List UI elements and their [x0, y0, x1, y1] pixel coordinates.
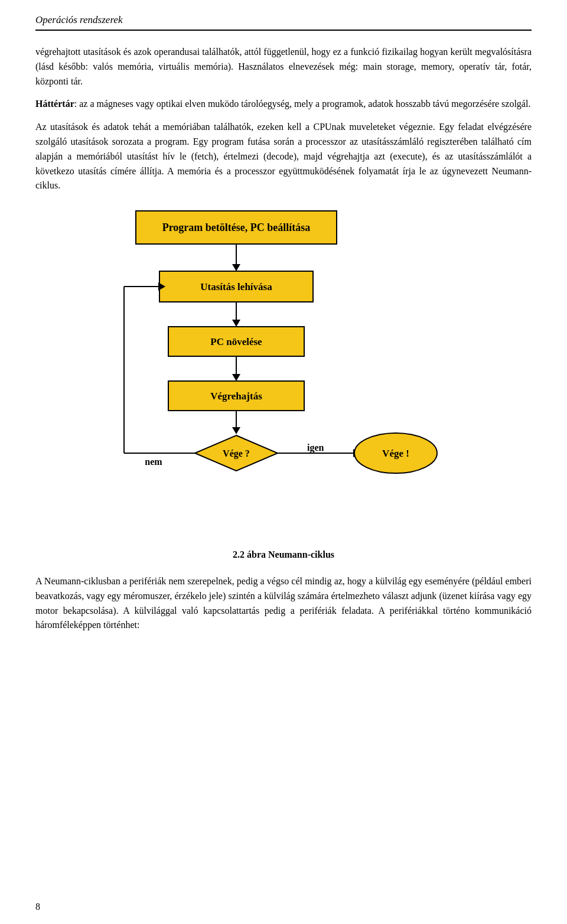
svg-marker-11: [232, 427, 240, 434]
flowchart-diamond-text: Vége ?: [223, 448, 250, 459]
flowchart-label-nem: nem: [145, 457, 162, 467]
page: Operációs rendszerek végrehajtott utasít…: [0, 0, 567, 924]
flowchart-box2-text: Utasítás lehívása: [200, 281, 272, 292]
paragraph-4-text: A Neumann-ciklusban a perifériák nem sze…: [35, 576, 532, 630]
paragraph-1: végrehajtott utasítások és azok operandu…: [35, 45, 532, 89]
neumann-cycle-diagram: Program betöltése, PC beállítása Utasítá…: [77, 205, 490, 536]
flowchart-box3-text: PC növelése: [210, 336, 262, 347]
paragraph-2-rest: : az a mágneses vagy optikai elven muköd…: [74, 99, 531, 109]
term-hattertár: Háttértár: [35, 99, 74, 109]
svg-marker-2: [232, 264, 240, 271]
paragraph-1-text: végrehajtott utasítások és azok operandu…: [35, 47, 532, 86]
svg-marker-8: [232, 374, 240, 381]
figure-caption: 2.2 ábra Neumann-ciklus: [35, 548, 532, 562]
paragraph-3-text: Az utasítások és adatok tehát a memóriáb…: [35, 122, 532, 190]
main-content: végrehajtott utasítások és azok operandu…: [35, 45, 532, 633]
page-number: 8: [35, 902, 40, 912]
flowchart-label-igen: igen: [307, 443, 324, 453]
svg-marker-5: [232, 320, 240, 327]
paragraph-4: A Neumann-ciklusban a perifériák nem sze…: [35, 574, 532, 633]
flowchart-ellipse-text: Vége !: [382, 448, 409, 459]
paragraph-2: Háttértár: az a mágneses vagy optikai el…: [35, 97, 532, 112]
paragraph-3: Az utasítások és adatok tehát a memóriáb…: [35, 120, 532, 193]
header-title: Operációs rendszerek: [35, 14, 122, 25]
flowchart-box4-text: Végrehajtás: [210, 391, 262, 402]
page-header: Operációs rendszerek: [35, 14, 532, 31]
flowchart-box1-text: Program betöltése, PC beállítása: [162, 222, 311, 233]
